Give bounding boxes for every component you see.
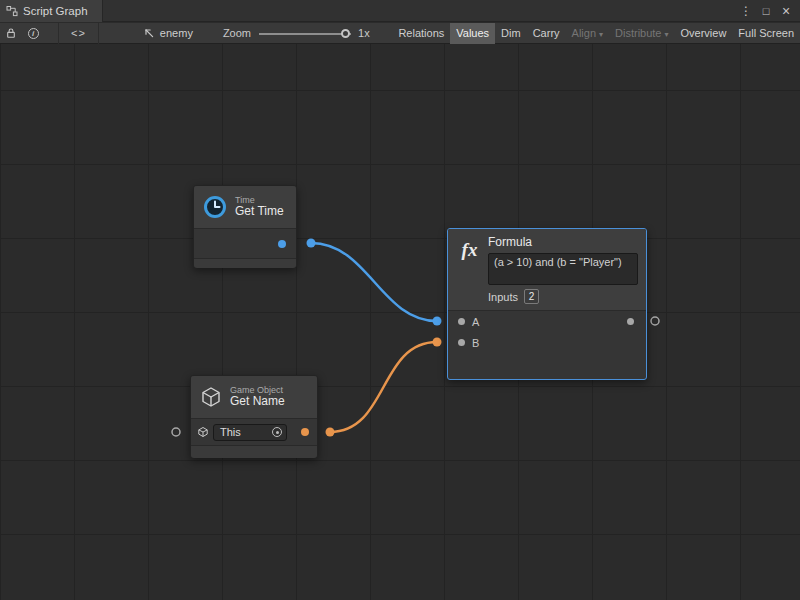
get-name-output-port[interactable] [301,428,309,436]
formula-input-a-label: A [472,316,479,328]
zoom-slider-handle[interactable] [341,29,350,38]
clock-icon [202,194,228,220]
toolbar-button-fullscreen[interactable]: Full Screen [732,23,800,44]
node-get-time[interactable]: Time Get Time [193,185,297,268]
toolbar-buttons: Relations Values Dim Carry Align ▾ Distr… [392,23,800,44]
inspect-button[interactable]: i [22,23,44,44]
formula-input-b-label: B [472,337,479,349]
toolbar-button-dim[interactable]: Dim [495,23,527,44]
graph-name: enemy [160,27,193,39]
toolbar-button-align[interactable]: Align ▾ [566,23,609,44]
info-icon: i [28,28,39,39]
node-title: Formula [488,235,638,251]
window-menu-button[interactable]: ⋮ [738,2,754,20]
connection-layer [0,44,800,600]
formula-inputs-label: Inputs [488,291,518,303]
window-close-button[interactable]: × [778,2,794,20]
wire-get-time-to-formula-a[interactable] [311,243,437,321]
node-title: Get Time [235,205,284,219]
formula-expression-input[interactable]: (a > 10) and (b = "Player") [488,253,638,285]
object-picker-icon[interactable] [272,427,282,437]
toolbar-button-values[interactable]: Values [450,23,495,44]
toolbar-button-relations[interactable]: Relations [392,23,450,44]
get-time-body [194,229,296,258]
wire-endpoint-blue[interactable] [307,239,316,248]
target-field-value: This [214,426,272,438]
lock-icon [5,27,17,39]
toolbar-button-overview[interactable]: Overview [675,23,733,44]
wire-endpoint-orange[interactable] [433,338,442,347]
formula-inputs-count-input[interactable]: 2 [524,289,539,304]
lock-button[interactable] [0,23,22,44]
formula-fx-icon: fx [456,236,483,264]
code-view-toggle[interactable]: <> [58,23,99,44]
wire-endpoint-orange[interactable] [326,428,335,437]
formula-port-row-a: A [448,311,646,332]
titlebar: Script Graph ⋮ □ × [0,0,800,22]
get-name-target-input-port[interactable] [172,428,180,436]
zoom-slider[interactable] [259,23,351,44]
graph-toolbar: i <> enemy Zoom 1x Relations Values Dim … [0,23,800,44]
node-title: Get Name [230,395,285,409]
graph-asset-icon [143,27,155,39]
formula-input-b-port[interactable] [458,339,465,346]
game-object-cube-icon [199,385,223,409]
get-name-footer [191,445,317,458]
formula-output-port[interactable] [651,317,659,325]
tab-script-graph[interactable]: Script Graph [0,0,103,22]
get-time-footer [194,258,296,268]
cube-icon [197,426,209,438]
formula-input-a-port[interactable] [458,318,465,325]
game-object-target-field[interactable]: This [213,424,287,441]
toolbar-button-carry[interactable]: Carry [527,23,566,44]
zoom-label: Zoom [223,27,251,39]
wire-get-name-to-formula-b[interactable] [330,342,437,432]
code-icon: <> [71,27,86,39]
get-time-output-port[interactable] [278,240,286,248]
window-maximize-button[interactable]: □ [758,2,774,20]
toolbar-button-distribute[interactable]: Distribute ▾ [609,23,674,44]
script-graph-window: Script Graph ⋮ □ × i <> [0,0,800,600]
wire-endpoint-blue[interactable] [433,317,442,326]
formula-port-row-b: B [448,332,646,353]
node-formula[interactable]: fx Formula (a > 10) and (b = "Player") I… [447,228,647,380]
chevron-down-icon: ▾ [665,30,669,39]
tab-title: Script Graph [23,5,88,17]
get-name-body: This [191,419,317,445]
titlebar-controls: ⋮ □ × [738,2,800,20]
formula-header[interactable]: fx Formula (a > 10) and (b = "Player") I… [448,229,646,311]
node-get-name[interactable]: Game Object Get Name This [190,375,318,458]
zoom-slider-track [259,33,351,35]
zoom-value: 1x [358,27,370,39]
graph-breadcrumb[interactable]: enemy [143,27,193,39]
graph-canvas[interactable]: Time Get Time fx Formula (a > 10) and (b… [0,44,800,600]
formula-result-port[interactable] [627,318,634,325]
get-name-header[interactable]: Game Object Get Name [191,376,317,419]
script-graph-icon [6,5,18,17]
chevron-down-icon: ▾ [599,30,603,39]
get-time-header[interactable]: Time Get Time [194,186,296,229]
